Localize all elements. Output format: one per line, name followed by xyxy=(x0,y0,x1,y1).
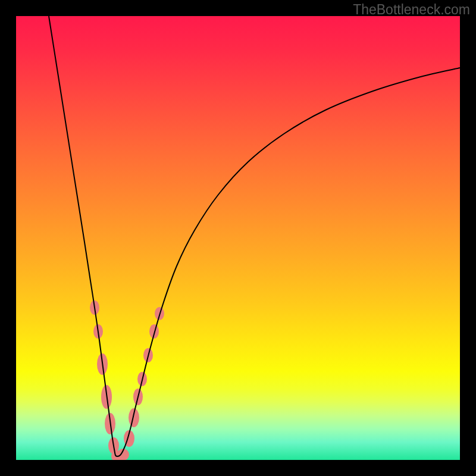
chart-container: TheBottleneck.com xyxy=(0,0,476,476)
watermark-text: TheBottleneck.com xyxy=(353,2,470,18)
data-marker xyxy=(129,408,139,427)
plot-area xyxy=(16,16,460,460)
data-marker xyxy=(149,324,159,339)
curve-layer xyxy=(16,16,460,460)
marker-group xyxy=(90,300,164,460)
